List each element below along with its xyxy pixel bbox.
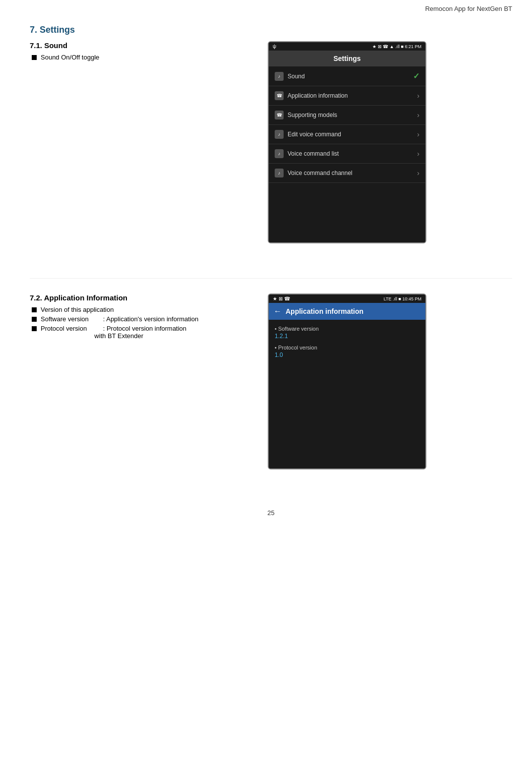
checkmark-icon: ✓ (413, 71, 419, 81)
header-title: Remocon App for NextGen BT (425, 5, 512, 12)
back-arrow-icon[interactable]: ← (274, 307, 282, 316)
section-72-bullets: Version of this application Software ver… (30, 306, 258, 340)
page-number: 25 (30, 509, 512, 517)
settings-list: ♪ Sound ✓ ☎ Application information › ☎ (269, 66, 425, 242)
voice-channel-label: Voice command channel (288, 170, 353, 176)
section-7-heading: 7. Settings (30, 25, 512, 35)
edit-voice-label: Edit voice command (288, 131, 341, 138)
list-item: Protocol version : Protocol version info… (32, 325, 258, 340)
bullet-icon (32, 317, 37, 322)
phone-settings-mockup: ψ ★ ⊠ ☎ ▲ .ıll ■ 6:21 PM Settings ♪ Soun… (268, 41, 426, 243)
settings-item-app-info[interactable]: ☎ Application information › (269, 86, 425, 106)
sw-version-label: • Software version (275, 326, 419, 332)
status-bar-2: ★ ⊠ ☎ LTE .ıll ■ 10:45 PM (269, 294, 425, 303)
section-72-text: 7.2. Application Information Version of … (30, 293, 258, 342)
proto-version-label: • Protocol version (275, 345, 419, 350)
settings-title-bar: Settings (269, 51, 425, 66)
status-left-1: ψ (273, 44, 276, 49)
models-icon: ☎ (275, 111, 284, 119)
section-divider (30, 278, 512, 279)
settings-item-models[interactable]: ☎ Supporting models › (269, 106, 425, 125)
subsection-72-heading: 7.2. Application Information (30, 293, 258, 302)
section-71-row: 7.1. Sound Sound On/Off toggle ψ ★ ⊠ ☎ ▲… (30, 41, 512, 243)
page-header: Remocon App for NextGen BT (0, 0, 532, 15)
empty-area-2 (275, 363, 419, 463)
bullet-icon (32, 326, 37, 331)
status-right-1: ★ ⊠ ☎ ▲ .ıll ■ 6:21 PM (372, 44, 421, 49)
appinfo-title-bar: ← Application information (269, 303, 425, 320)
voice-channel-icon: ♪ (275, 169, 284, 177)
app-info-label: Application information (288, 92, 348, 99)
settings-item-voice-list[interactable]: ♪ Voice command list › (269, 144, 425, 164)
voice-list-icon: ♪ (275, 149, 284, 158)
edit-voice-icon: ♪ (275, 130, 284, 139)
status-bar-1: ψ ★ ⊠ ☎ ▲ .ıll ■ 6:21 PM (269, 42, 425, 51)
proto-version-value: 1.0 (275, 351, 419, 358)
appinfo-title-label: Application information (286, 307, 363, 315)
section-71-bullets: Sound On/Off toggle (30, 54, 258, 61)
sound-label: Sound (288, 73, 305, 80)
bullet-icon (32, 55, 37, 60)
bullet-text-proto: Protocol version : Protocol version info… (41, 325, 186, 340)
list-item: Sound On/Off toggle (32, 54, 258, 61)
chevron-icon: › (417, 92, 419, 100)
app-info-content: • Software version 1.2.1 • Protocol vers… (269, 320, 425, 468)
voice-list-label: Voice command list (288, 150, 339, 157)
sound-icon: ♪ (275, 72, 284, 81)
sw-version-value: 1.2.1 (275, 333, 419, 340)
phone-appinfo-mockup: ★ ⊠ ☎ LTE .ıll ■ 10:45 PM ← Application … (268, 293, 426, 469)
bullet-icon (32, 307, 37, 312)
bullet-text: Sound On/Off toggle (41, 54, 99, 61)
app-info-icon: ☎ (275, 91, 284, 100)
settings-item-voice-channel[interactable]: ♪ Voice command channel › (269, 164, 425, 183)
settings-item-edit-voice[interactable]: ♪ Edit voice command › (269, 125, 425, 144)
models-label: Supporting models (288, 112, 337, 118)
list-item: Software version : Application's version… (32, 315, 258, 323)
status-right-2: LTE .ıll ■ 10:45 PM (384, 296, 421, 301)
settings-title-label: Settings (333, 55, 360, 62)
status-left-2: ★ ⊠ ☎ (273, 296, 290, 301)
chevron-icon-3: › (417, 130, 419, 138)
section-71-text: 7.1. Sound Sound On/Off toggle (30, 41, 258, 63)
subsection-71-heading: 7.1. Sound (30, 41, 258, 50)
settings-item-sound[interactable]: ♪ Sound ✓ (269, 66, 425, 86)
chevron-icon-5: › (417, 169, 419, 177)
chevron-icon-4: › (417, 150, 419, 158)
chevron-icon-2: › (417, 111, 419, 119)
empty-area-1 (269, 183, 425, 242)
bullet-text-version: Version of this application (41, 306, 114, 313)
list-item: Version of this application (32, 306, 258, 313)
section-72-row: 7.2. Application Information Version of … (30, 293, 512, 469)
bullet-text-sw: Software version : Application's version… (41, 315, 198, 323)
